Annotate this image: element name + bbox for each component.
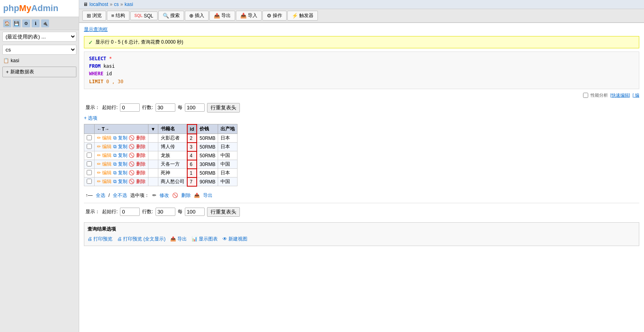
start-input-b[interactable] (120, 208, 140, 216)
bottom-action-bar: ↑— 全选 / 全不选 选中项： ✏ 修改 🚫 删除 📤 导出 (84, 190, 639, 201)
row-checkbox-2[interactable] (87, 153, 92, 158)
copy-link-2[interactable]: 复制 (118, 153, 127, 158)
del-link-1[interactable]: 删除 (136, 144, 146, 149)
edit-link-2[interactable]: 编辑 (102, 153, 112, 158)
copy-link-0[interactable]: 复制 (118, 135, 127, 141)
breadcrumb-server[interactable]: localhost (89, 2, 108, 7)
sidebar-item-kasi[interactable]: 📋 kasi (0, 56, 79, 65)
th-bookname[interactable]: 书籍名 (158, 124, 187, 134)
select-all-link[interactable]: 全选 (96, 192, 105, 199)
del-link-3[interactable]: 删除 (136, 161, 146, 167)
export-icon: 📤 (214, 13, 220, 19)
breadcrumb-table[interactable]: kasi (125, 2, 133, 7)
delete-link[interactable]: 删除 (181, 192, 191, 199)
perf-checkbox[interactable] (583, 93, 588, 98)
toolbar-operations[interactable]: ⚙操作 (262, 11, 287, 21)
info-icon[interactable]: ℹ (32, 19, 40, 27)
th-origin[interactable]: 出产地 (218, 124, 237, 134)
sql-icon: SQL (135, 13, 143, 18)
new-table-button[interactable]: + 新建数据表 (2, 67, 76, 77)
row-checkbox-5[interactable] (87, 179, 92, 184)
row-price-3: 30RMB (197, 160, 218, 169)
toolbar-import[interactable]: 📥导入 (236, 11, 262, 21)
toolbar-browse[interactable]: ⊞浏览 (82, 11, 106, 21)
row-checkbox-cell-1[interactable] (84, 143, 95, 151)
show-query-link[interactable]: 显示查询框 (84, 26, 108, 33)
toolbar-insert[interactable]: ⊕插入 (185, 11, 209, 21)
display-controls-bottom: 显示： 起始行: 行数: 每 行重复表头 (84, 205, 639, 219)
per-input[interactable] (185, 103, 205, 112)
export-results-link[interactable]: 📤 导出 (170, 236, 187, 242)
edit-link-5[interactable]: 编辑 (102, 179, 112, 184)
modify-icon: ✏ (152, 193, 156, 198)
row-checkbox-cell-5[interactable] (84, 177, 95, 186)
edit-link-3[interactable]: 编辑 (102, 161, 112, 167)
table-row: ✏ 编辑 ⧉ 复制 🚫 删除 商人愁公司 7 90RMB 中国 (84, 177, 237, 186)
row-checkbox-cell-4[interactable] (84, 169, 95, 177)
th-id[interactable]: id (187, 124, 197, 134)
breadcrumb-db[interactable]: cs (114, 2, 119, 7)
row-checkbox-0[interactable] (87, 135, 92, 140)
new-view-link[interactable]: 👁 新建视图 (222, 236, 247, 242)
modify-link[interactable]: 修改 (160, 192, 169, 199)
del-link-4[interactable]: 删除 (136, 170, 146, 176)
del-link-5[interactable]: 删除 (136, 179, 146, 184)
row-checkbox-cell-0[interactable] (84, 134, 95, 143)
plugin-icon[interactable]: 🔌 (41, 19, 49, 27)
row-checkbox-cell-2[interactable] (84, 151, 95, 160)
row-checkbox-3[interactable] (87, 161, 92, 166)
quick-edit-link[interactable]: [快速编辑] (610, 92, 630, 98)
import-icon: 📥 (240, 13, 247, 19)
browse-icon: ⊞ (87, 13, 91, 19)
show-chart-link[interactable]: 📊 显示图表 (192, 236, 218, 242)
rows-input-b[interactable] (156, 208, 175, 216)
del-icon-2: 🚫 (129, 153, 135, 158)
th-checkbox (84, 124, 95, 134)
edit-link-0[interactable]: 编辑 (102, 135, 112, 141)
per-label-b: 每 (178, 208, 182, 215)
start-input[interactable] (120, 103, 140, 112)
table-row: ✏ 编辑 ⧉ 复制 🚫 删除 龙族 4 50RMB 中国 (84, 151, 237, 160)
row-actions-3: ✏ 编辑 ⧉ 复制 🚫 删除 (95, 160, 148, 169)
toolbar-export[interactable]: 📤导出 (209, 11, 235, 21)
row-checkbox-1[interactable] (87, 144, 92, 149)
row-actions-5: ✏ 编辑 ⧉ 复制 🚫 删除 (95, 177, 148, 186)
settings-icon[interactable]: ⚙ (22, 19, 30, 27)
database-icon[interactable]: 💾 (13, 19, 21, 27)
del-link-2[interactable]: 删除 (136, 153, 146, 158)
edit-link-4[interactable]: 编辑 (102, 170, 112, 176)
edit-icon-2: ✏ (97, 153, 101, 158)
th-price[interactable]: 价钱 (197, 124, 218, 134)
sidebar-icon-bar: 🏠 💾 ⚙ ℹ 🔌 (0, 17, 79, 30)
copy-link-5[interactable]: 复制 (118, 179, 127, 184)
toolbar-sql[interactable]: SQLSQL (130, 11, 158, 20)
copy-link-3[interactable]: 复制 (118, 161, 127, 167)
home-icon[interactable]: 🏠 (3, 19, 11, 27)
th-filter[interactable]: ▼ (148, 124, 158, 134)
content-area: 显示查询框 ✓ 显示行 0 - 5 ( 6 总计, 查询花费 0.0000 秒)… (79, 23, 644, 332)
recent-tables-select[interactable]: (最近使用的表) ... (2, 32, 76, 42)
rows-input[interactable] (156, 103, 175, 112)
toolbar-structure[interactable]: ≡结构 (107, 11, 129, 21)
repeat-header-btn-b[interactable]: 行重复表头 (207, 207, 240, 217)
per-input-b[interactable] (185, 208, 205, 216)
copy-link-1[interactable]: 复制 (118, 144, 127, 149)
db-selector[interactable]: cs (2, 45, 76, 55)
row-checkbox-4[interactable] (87, 170, 92, 175)
repeat-header-btn[interactable]: 行重复表头 (207, 103, 240, 113)
deselect-all-link[interactable]: 全不选 (113, 192, 127, 199)
toolbar-triggers[interactable]: ⚡触发器 (287, 11, 318, 21)
row-filter-1 (148, 143, 158, 151)
print-full-preview-link[interactable]: 🖨 打印预览 (全文显示) (117, 236, 165, 242)
toolbar-search[interactable]: 🔍搜索 (158, 11, 184, 21)
copy-link-4[interactable]: 复制 (118, 170, 127, 176)
logo-admin: Admin (31, 3, 58, 13)
row-checkbox-cell-3[interactable] (84, 160, 95, 169)
print-preview-link[interactable]: 🖨 打印预览 (87, 236, 112, 242)
export-link[interactable]: 导出 (203, 192, 213, 199)
edit-link-1[interactable]: 编辑 (102, 144, 112, 149)
options-row[interactable]: + 选项 (84, 115, 639, 122)
inline-edit-link[interactable]: [ 编 (633, 92, 639, 98)
check-all-icon: ↑— (85, 193, 93, 198)
del-link-0[interactable]: 删除 (136, 135, 146, 141)
